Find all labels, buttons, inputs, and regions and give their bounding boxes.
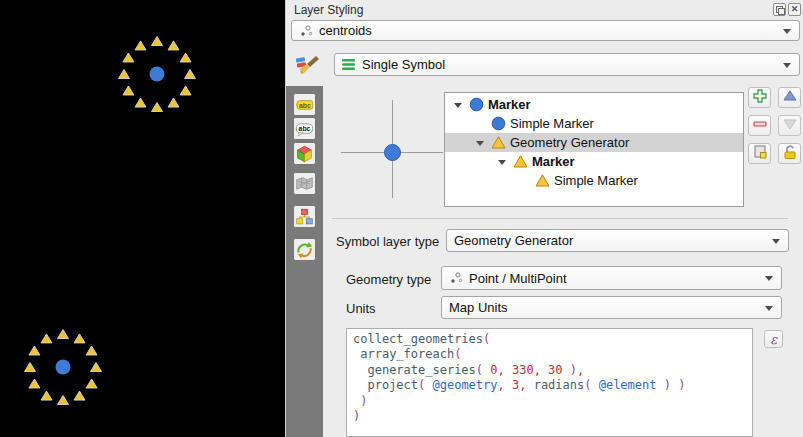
circle-marker-icon xyxy=(469,97,484,112)
tab-history[interactable] xyxy=(293,238,316,261)
svg-text:abc: abc xyxy=(299,101,311,108)
single-symbol-icon xyxy=(342,58,356,71)
expression-line: array_foreach( xyxy=(353,347,746,362)
symbol-tree-row[interactable]: Marker xyxy=(445,152,743,171)
symbol-tree[interactable]: MarkerSimple MarkerGeometry GeneratorMar… xyxy=(444,92,744,207)
map-triangle-marker xyxy=(185,69,196,78)
svg-text:abc: abc xyxy=(299,125,311,132)
layer-selector-value: centroids xyxy=(319,23,372,38)
diagram-icon xyxy=(295,206,314,228)
symbol-tree-label: Marker xyxy=(488,97,531,112)
add-symbol-layer-button[interactable] xyxy=(748,87,771,108)
tab-labels[interactable]: abc xyxy=(293,93,316,116)
symbol-tree-label: Geometry Generator xyxy=(510,135,629,150)
circle-marker-icon xyxy=(491,116,506,131)
map-triangle-marker xyxy=(152,36,163,45)
map-triangle-marker xyxy=(123,86,134,95)
duplicate-icon xyxy=(752,144,768,163)
triangle-marker-icon xyxy=(535,173,550,188)
chevron-down-icon xyxy=(765,276,773,281)
lock-color-button[interactable] xyxy=(778,143,801,164)
symbol-tree-row[interactable]: Simple Marker xyxy=(445,114,743,133)
map-triangle-marker xyxy=(123,53,134,62)
duplicate-symbol-layer-button[interactable] xyxy=(748,143,771,164)
map-triangle-marker xyxy=(58,395,69,404)
label-abc-icon: abc xyxy=(295,94,314,116)
expander-icon[interactable] xyxy=(495,155,509,169)
symbol-tree-label: Marker xyxy=(532,154,575,169)
map-center-dot xyxy=(56,360,71,375)
expression-line: project( @geometry, 3, radians( @element… xyxy=(353,378,746,393)
triangle-marker-icon xyxy=(513,154,528,169)
styling-tabstrip: abc abc xyxy=(286,86,323,437)
minus-icon xyxy=(752,116,768,135)
expression-line: ) xyxy=(353,394,746,409)
mask-map-icon xyxy=(295,172,314,195)
tab-diagrams[interactable] xyxy=(293,205,316,228)
separator-line xyxy=(332,218,788,219)
map-triangle-marker xyxy=(86,379,97,388)
map-symbol xyxy=(119,36,196,111)
map-triangle-marker xyxy=(41,391,52,400)
map-triangle-marker xyxy=(180,53,191,62)
panel-title: Layer Styling xyxy=(294,3,363,17)
symbol-layer-type-dropdown[interactable]: Geometry Generator xyxy=(446,229,789,252)
expander-icon[interactable] xyxy=(473,136,487,150)
expander-spacer xyxy=(473,117,487,131)
map-triangle-marker xyxy=(152,102,163,111)
cube-3d-icon xyxy=(295,143,314,165)
expression-builder-button[interactable]: ε xyxy=(764,330,783,348)
renderer-dropdown[interactable]: Single Symbol xyxy=(334,53,800,76)
map-triangle-marker xyxy=(58,329,69,338)
map-triangle-marker xyxy=(41,334,52,343)
symbol-preview-dot xyxy=(384,144,401,161)
map-canvas[interactable] xyxy=(0,0,285,437)
history-icon xyxy=(295,239,314,261)
map-triangle-marker xyxy=(135,98,146,107)
chevron-down-icon xyxy=(783,63,791,68)
expression-line: collect_geometries( xyxy=(353,332,746,347)
units-dropdown[interactable]: Map Units xyxy=(441,296,782,319)
expander-spacer xyxy=(517,174,531,188)
move-up-button[interactable] xyxy=(778,87,801,108)
renderer-value: Single Symbol xyxy=(362,57,445,72)
geometry-type-value: Point / MultiPoint xyxy=(469,271,567,286)
map-triangle-marker xyxy=(135,41,146,50)
map-triangle-marker xyxy=(168,41,179,50)
tab-masks[interactable] xyxy=(293,172,316,195)
symbol-tree-row[interactable]: Marker xyxy=(445,95,743,114)
map-triangle-marker xyxy=(74,391,85,400)
float-panel-button[interactable] xyxy=(773,3,786,16)
units-label: Units xyxy=(346,301,376,316)
tab-callouts[interactable]: abc xyxy=(293,117,316,140)
map-triangle-marker xyxy=(168,98,179,107)
close-panel-button[interactable]: ✕ xyxy=(788,3,801,16)
map-triangle-marker xyxy=(180,86,191,95)
symbol-tree-row[interactable]: Simple Marker xyxy=(445,171,743,190)
map-triangle-marker xyxy=(74,334,85,343)
tab-3d-view[interactable] xyxy=(293,142,316,165)
open-lock-icon xyxy=(782,144,798,163)
float-window-icon xyxy=(776,6,783,13)
expression-line: ) xyxy=(353,409,746,424)
chevron-down-icon xyxy=(765,306,773,311)
expression-editor[interactable]: collect_geometries( array_foreach( gener… xyxy=(346,328,753,437)
up-arrow-icon xyxy=(782,88,798,107)
map-triangle-marker xyxy=(86,346,97,355)
plus-icon xyxy=(752,88,768,107)
down-arrow-icon xyxy=(782,116,798,135)
map-triangle-marker xyxy=(91,362,102,371)
qgis-window: Layer Styling ✕ centroids xyxy=(0,0,803,437)
symbol-tree-row[interactable]: Geometry Generator xyxy=(445,133,743,152)
remove-symbol-layer-button[interactable] xyxy=(748,115,771,136)
layer-selector-dropdown[interactable]: centroids xyxy=(291,20,800,41)
expander-icon[interactable] xyxy=(451,98,465,112)
map-triangle-marker xyxy=(119,69,130,78)
symbol-tree-label: Simple Marker xyxy=(510,116,594,131)
symbol-tree-label: Simple Marker xyxy=(554,173,638,188)
callout-abc-icon: abc xyxy=(295,118,314,140)
map-symbol xyxy=(25,329,102,404)
tab-symbology[interactable] xyxy=(293,52,321,79)
epsilon-icon: ε xyxy=(770,332,777,347)
geometry-type-dropdown[interactable]: Point / MultiPoint xyxy=(441,266,782,290)
